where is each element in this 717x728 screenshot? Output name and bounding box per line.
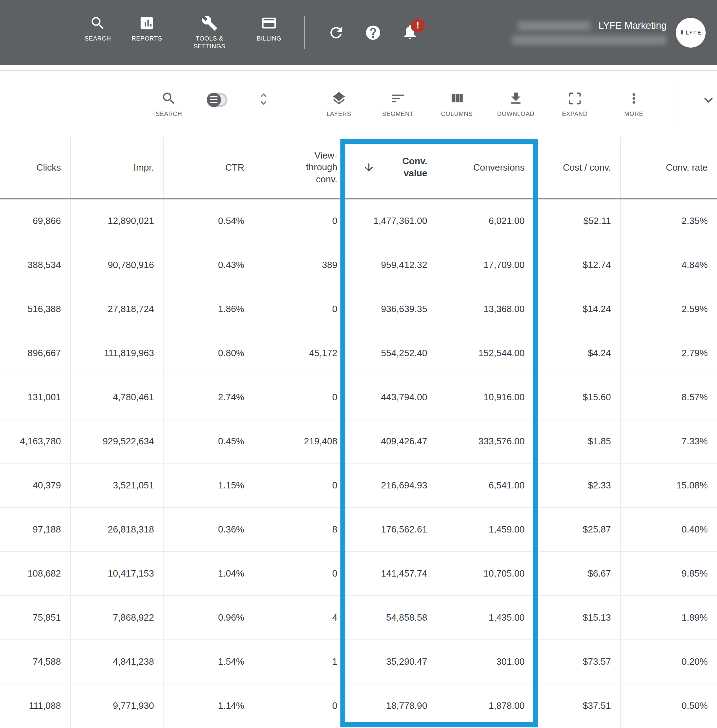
toolbar-divider-2 <box>679 84 679 124</box>
table-cell: 26,818,318 <box>70 507 163 551</box>
ads-dashboard: SEARCH REPORTS TOOLS & SETTINGS BILLING … <box>0 0 717 728</box>
table-cell: 896,667 <box>0 331 70 375</box>
leaf-icon <box>680 29 684 35</box>
columns-button[interactable]: COLUMNS <box>435 91 479 118</box>
table-cell: 13,368.00 <box>437 287 534 331</box>
expand-label: EXPAND <box>562 110 588 118</box>
nav-billing-button[interactable]: BILLING <box>257 15 281 42</box>
table-cell: 108,682 <box>0 551 70 595</box>
column-header-ctr[interactable]: CTR <box>163 137 254 199</box>
columns-label: COLUMNS <box>441 110 473 118</box>
app-nav: SEARCH REPORTS TOOLS & SETTINGS BILLING <box>85 15 302 50</box>
table-cell: 216,694.93 <box>347 463 437 507</box>
segment-label: SEGMENT <box>382 110 413 118</box>
column-header-conv-rate[interactable]: Conv. rate <box>620 137 717 199</box>
unfold-control[interactable] <box>256 91 272 109</box>
table-search-button[interactable]: SEARCH <box>156 91 182 118</box>
expand-icon <box>567 91 583 106</box>
table-cell: 1,477,361.00 <box>347 199 437 243</box>
table-row: 896,667111,819,9630.80%45,172554,252.401… <box>0 331 717 375</box>
table-cell: 15.08% <box>620 463 717 507</box>
table-toolbar: SEARCH LAYERS SEGMENT COLUMNS <box>0 71 717 137</box>
notifications-button[interactable]: ! <box>401 23 418 42</box>
nav-reports-label: REPORTS <box>131 35 162 42</box>
table-cell: 9,771,930 <box>70 684 163 728</box>
expand-button[interactable]: EXPAND <box>553 91 596 118</box>
nav-tools-settings-button[interactable]: TOOLS & SETTINGS <box>183 15 236 50</box>
table-cell: 0.54% <box>163 199 254 243</box>
blurred-phone <box>518 21 590 31</box>
table-cell: 333,576.00 <box>437 419 534 463</box>
table-cell: 17,709.00 <box>437 243 534 287</box>
layers-button[interactable]: LAYERS <box>317 91 361 118</box>
table-cell: 4,780,461 <box>70 375 163 419</box>
table-row: 131,0014,780,4612.74%0443,794.0010,916.0… <box>0 375 717 419</box>
table-cell: 74,588 <box>0 639 70 684</box>
table-row: 75,8517,868,9220.96%454,858.581,435.00$1… <box>0 595 717 639</box>
help-icon[interactable] <box>365 24 381 41</box>
refresh-icon[interactable] <box>328 24 345 41</box>
table-cell: $12.74 <box>534 243 620 287</box>
table-cell: 111,819,963 <box>70 331 163 375</box>
table-cell: 0.50% <box>620 684 717 728</box>
table-cell: 219,408 <box>254 419 347 463</box>
table-row: 108,68210,417,1531.04%0141,457.7410,705.… <box>0 551 717 595</box>
more-vert-icon <box>626 91 642 106</box>
table-cell: $4.24 <box>534 331 620 375</box>
nav-reports-button[interactable]: REPORTS <box>131 15 162 42</box>
table-cell: 1.89% <box>620 595 717 639</box>
column-header-impressions[interactable]: Impr. <box>70 137 163 199</box>
more-button[interactable]: MORE <box>612 91 656 118</box>
table-cell: 1,435.00 <box>437 595 534 639</box>
table-row: 97,18826,818,3180.36%8176,562.611,459.00… <box>0 507 717 551</box>
download-button[interactable]: DOWNLOAD <box>494 91 538 118</box>
account-text: LYFE Marketing <box>512 20 667 45</box>
collapse-table-chevron[interactable] <box>700 91 717 110</box>
table-cell: 0.40% <box>620 507 717 551</box>
table-row: 388,53490,780,9160.43%389959,412.3217,70… <box>0 243 717 287</box>
columns-icon <box>449 91 465 106</box>
column-header-conversions[interactable]: Conversions <box>437 137 534 199</box>
table-cell: $15.60 <box>534 375 620 419</box>
table-cell: 1.14% <box>163 684 254 728</box>
filter-toggle[interactable] <box>207 93 227 107</box>
table-cell: 4,841,238 <box>70 639 163 684</box>
table-cell: 2.79% <box>620 331 717 375</box>
column-header-view-through-conv[interactable]: View-through conv. <box>254 137 347 199</box>
segment-button[interactable]: SEGMENT <box>376 91 420 118</box>
nav-search-button[interactable]: SEARCH <box>85 15 111 42</box>
nav-tools-settings-label: TOOLS & SETTINGS <box>183 35 236 50</box>
app-bar: SEARCH REPORTS TOOLS & SETTINGS BILLING … <box>0 0 717 65</box>
table-cell: $14.24 <box>534 287 620 331</box>
table-cell: 4 <box>254 595 347 639</box>
app-bar-gap <box>0 65 717 70</box>
more-label: MORE <box>624 110 643 118</box>
table-header-row: Clicks Impr. CTR View-through conv. Conv… <box>0 137 717 199</box>
table-cell: 6,021.00 <box>437 199 534 243</box>
quick-actions: ! <box>328 23 418 42</box>
avatar-label: LYFE <box>686 29 701 35</box>
column-header-conv-value[interactable]: Conv. value <box>347 137 437 199</box>
table-cell: 6,541.00 <box>437 463 534 507</box>
table-cell: 409,426.47 <box>347 419 437 463</box>
avatar[interactable]: LYFE <box>676 18 706 47</box>
account-area[interactable]: LYFE Marketing LYFE <box>512 18 706 47</box>
column-header-cost-per-conv[interactable]: Cost / conv. <box>534 137 620 199</box>
blurred-email <box>512 35 667 45</box>
table-cell: 1,459.00 <box>437 507 534 551</box>
column-header-clicks[interactable]: Clicks <box>0 137 70 199</box>
nav-billing-label: BILLING <box>257 35 281 42</box>
table-cell: $15.13 <box>534 595 620 639</box>
table-cell: 131,001 <box>0 375 70 419</box>
table-cell: 1.04% <box>163 551 254 595</box>
table-cell: 0 <box>254 684 347 728</box>
segment-icon <box>390 91 406 106</box>
table-cell: 7,868,922 <box>70 595 163 639</box>
credit-card-icon <box>261 15 277 31</box>
table-row: 69,86612,890,0210.54%01,477,361.006,021.… <box>0 199 717 243</box>
table-cell: $2.33 <box>534 463 620 507</box>
table-cell: $1.85 <box>534 419 620 463</box>
table-cell: $73.57 <box>534 639 620 684</box>
table-cell: 0.80% <box>163 331 254 375</box>
table-search-label: SEARCH <box>156 110 182 118</box>
